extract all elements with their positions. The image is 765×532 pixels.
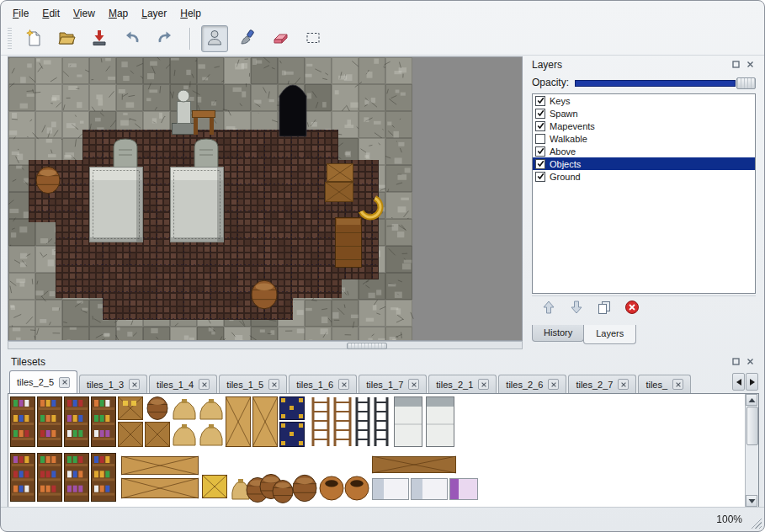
- save-icon: [90, 29, 109, 50]
- layer-visibility-checkbox[interactable]: [535, 134, 545, 144]
- tab-close-icon[interactable]: [408, 379, 419, 390]
- tileset-tab-tiles_[interactable]: tiles_: [638, 375, 691, 393]
- toolbar-handle[interactable]: [8, 28, 12, 50]
- status-bar: 100%: [1, 507, 764, 531]
- scrollbar-thumb[interactable]: [347, 343, 387, 349]
- resize-grip[interactable]: [750, 517, 762, 529]
- layer-row-above[interactable]: Above: [533, 145, 755, 157]
- tab-close-icon[interactable]: [618, 379, 629, 390]
- tilesets-panel-title: Tilesets: [11, 356, 45, 368]
- tileset-tab-tiles_1_4[interactable]: tiles_1_4: [149, 375, 217, 393]
- scrollbar-thumb[interactable]: [746, 407, 758, 445]
- layer-label: Ground: [550, 172, 581, 182]
- menu-layer[interactable]: Layer: [135, 5, 173, 22]
- eraser-icon: [271, 29, 290, 50]
- duplicate-layer-button[interactable]: [595, 300, 614, 318]
- opacity-slider-handle[interactable]: [736, 77, 756, 89]
- layer-row-objects[interactable]: Objects: [533, 157, 755, 170]
- tileset-tab-tiles_2_7[interactable]: tiles_2_7: [568, 375, 636, 393]
- tab-close-icon[interactable]: [129, 379, 140, 390]
- scroll-tabs-right-icon[interactable]: [746, 373, 758, 391]
- brush-tool-button[interactable]: [234, 25, 261, 52]
- layer-row-walkable[interactable]: Walkable: [533, 132, 755, 145]
- panel-tab-history[interactable]: History: [532, 325, 584, 342]
- layers-panel-titlebar: Layers: [529, 56, 759, 72]
- actor-tool-button[interactable]: [201, 25, 228, 52]
- tab-label: tiles_2_6: [506, 380, 543, 390]
- tab-close-icon[interactable]: [338, 379, 349, 390]
- toolbar-separator: [189, 28, 190, 50]
- layer-row-mapevents[interactable]: Mapevents: [533, 120, 755, 132]
- close-panel-icon[interactable]: [745, 59, 756, 70]
- tab-close-icon[interactable]: [478, 379, 489, 390]
- layer-label: Walkable: [550, 134, 587, 144]
- tab-close-icon[interactable]: [59, 377, 70, 388]
- new-file-icon: [24, 29, 43, 50]
- tileset-tab-tiles_2_6[interactable]: tiles_2_6: [498, 375, 566, 393]
- tileset-tab-tiles_1_7[interactable]: tiles_1_7: [359, 375, 427, 393]
- tileset-tab-tiles_1_6[interactable]: tiles_1_6: [289, 375, 357, 393]
- tileset-tab-bar: tiles_2_5tiles_1_3tiles_1_4tiles_1_5tile…: [8, 370, 759, 393]
- eraser-tool-button[interactable]: [267, 25, 294, 52]
- raise-layer-icon: [540, 299, 557, 318]
- tilesets-panel: Tilesets tiles_2_5tiles_1_3tiles_1_4tile…: [8, 354, 759, 508]
- map-canvas[interactable]: [8, 56, 523, 341]
- tileset-tab-tiles_1_3[interactable]: tiles_1_3: [79, 375, 147, 393]
- tileset-tab-tiles_2_1[interactable]: tiles_2_1: [428, 375, 497, 393]
- layer-visibility-checkbox[interactable]: [535, 146, 545, 157]
- float-panel-icon[interactable]: [730, 59, 741, 70]
- tab-label: tiles_: [645, 380, 667, 390]
- toolbar: [8, 24, 327, 54]
- save-button[interactable]: [86, 25, 113, 52]
- scroll-tabs-left-icon[interactable]: [732, 373, 745, 391]
- menu-edit[interactable]: Edit: [35, 5, 66, 22]
- layer-row-ground[interactable]: Ground: [533, 170, 755, 183]
- redo-icon: [156, 29, 174, 50]
- float-panel-icon[interactable]: [730, 356, 741, 367]
- menu-help[interactable]: Help: [173, 5, 208, 22]
- delete-layer-button[interactable]: [623, 300, 641, 318]
- map-horizontal-scrollbar[interactable]: [8, 341, 523, 349]
- tab-label: tiles_1_6: [296, 380, 333, 390]
- select-tool-button[interactable]: [300, 25, 327, 52]
- layer-visibility-checkbox[interactable]: [535, 159, 545, 169]
- menu-bar: FileEditViewMapLayerHelp: [6, 4, 208, 22]
- tileset-vertical-scrollbar[interactable]: [745, 394, 758, 507]
- tilesets-panel-titlebar: Tilesets: [8, 354, 759, 370]
- layer-label: Objects: [550, 159, 581, 169]
- lower-layer-button[interactable]: [567, 300, 586, 318]
- delete-layer-icon: [624, 299, 640, 318]
- layer-row-spawn[interactable]: Spawn: [533, 107, 755, 120]
- tab-label: tiles_1_4: [157, 380, 194, 390]
- tab-close-icon[interactable]: [199, 379, 210, 390]
- layer-visibility-checkbox[interactable]: [535, 109, 545, 119]
- person-icon: [205, 29, 224, 50]
- layer-visibility-checkbox[interactable]: [535, 172, 545, 182]
- tab-label: tiles_1_7: [366, 380, 403, 390]
- redo-button[interactable]: [151, 25, 178, 52]
- panel-tab-layers[interactable]: Layers: [583, 325, 636, 344]
- tab-close-icon[interactable]: [672, 379, 683, 390]
- layer-visibility-checkbox[interactable]: [535, 121, 545, 131]
- close-panel-icon[interactable]: [745, 356, 756, 367]
- layer-row-keys[interactable]: Keys: [533, 94, 755, 107]
- opacity-slider[interactable]: [575, 77, 756, 88]
- tab-close-icon[interactable]: [548, 379, 559, 390]
- undo-button[interactable]: [119, 25, 146, 52]
- selection-icon: [304, 29, 322, 50]
- tileset-tab-tiles_1_5[interactable]: tiles_1_5: [219, 375, 287, 393]
- layer-label: Spawn: [550, 109, 578, 119]
- tab-close-icon[interactable]: [268, 379, 279, 390]
- layer-visibility-checkbox[interactable]: [535, 96, 545, 106]
- tileset-canvas[interactable]: [8, 394, 746, 507]
- layer-list: KeysSpawnMapeventsWalkableAboveObjectsGr…: [532, 93, 756, 294]
- menu-view[interactable]: View: [66, 5, 102, 22]
- new-button[interactable]: [20, 25, 47, 52]
- tileset-tab-tiles_2_5[interactable]: tiles_2_5: [9, 370, 77, 393]
- scroll-up-icon[interactable]: [746, 394, 757, 406]
- open-button[interactable]: [53, 25, 80, 52]
- menu-file[interactable]: File: [6, 5, 35, 22]
- scroll-down-icon[interactable]: [746, 495, 757, 507]
- menu-map[interactable]: Map: [102, 5, 135, 22]
- raise-layer-button[interactable]: [539, 300, 558, 318]
